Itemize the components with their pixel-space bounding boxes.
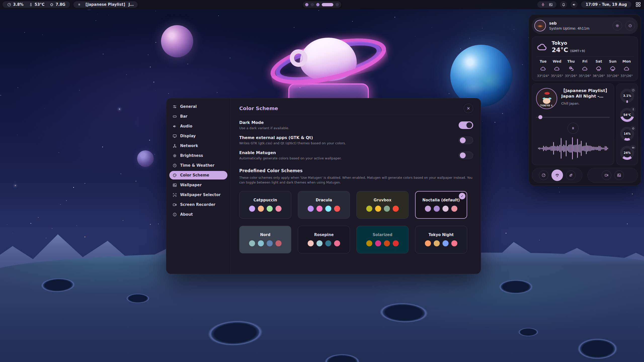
power-button[interactable] bbox=[625, 21, 635, 30]
weather-forecast: Tue33°/24°Wed35°/25°Thu33°/26°Fri35°/26°… bbox=[536, 59, 634, 78]
toggle-switch[interactable] bbox=[459, 137, 473, 144]
monitor-disk: 24% bbox=[620, 146, 634, 160]
waveform-bar bbox=[591, 146, 592, 151]
settings-button[interactable] bbox=[613, 21, 622, 30]
sidebar-item-brightness[interactable]: Brightness bbox=[169, 151, 227, 160]
star bbox=[73, 187, 74, 188]
star bbox=[217, 92, 217, 93]
color-dot bbox=[325, 240, 331, 246]
sidebar-item-audio[interactable]: Audio bbox=[169, 122, 227, 130]
waveform-bar bbox=[596, 147, 597, 150]
waveform-bar bbox=[558, 146, 559, 151]
speaker-icon bbox=[572, 3, 576, 7]
waveform-bar bbox=[547, 147, 548, 150]
profile-scales-button[interactable] bbox=[551, 169, 563, 181]
sidebar-item-wallpaper[interactable]: Wallpaper bbox=[169, 181, 227, 189]
workspace-dot-4[interactable] bbox=[322, 3, 333, 6]
scheme-card-gruvbox[interactable]: Gruvbox bbox=[356, 191, 409, 219]
profile-gauge-button[interactable] bbox=[539, 170, 548, 180]
star bbox=[97, 14, 98, 14]
sidebar-item-wallpaper-selector[interactable]: Wallpaper Selector bbox=[169, 191, 227, 199]
star bbox=[148, 55, 148, 55]
workspace-indicator[interactable] bbox=[303, 1, 341, 8]
sidebar-item-time-weather[interactable]: Time & Weather bbox=[169, 161, 227, 170]
system-stats[interactable]: 3.8%53°C7.8G bbox=[3, 1, 70, 8]
media-progress[interactable] bbox=[536, 115, 610, 119]
setting-title: Theme external apps (GTK & Qt) bbox=[239, 135, 459, 140]
setting-row: Theme external apps (GTK & Qt)Writes GTK… bbox=[239, 135, 473, 145]
waveform-bar bbox=[585, 146, 585, 151]
clock[interactable]: 17:09 - Tue, 19 Aug bbox=[581, 1, 631, 8]
volume-button[interactable] bbox=[571, 1, 578, 8]
sidebar-item-bar[interactable]: Bar bbox=[169, 112, 227, 121]
waveform-bar bbox=[568, 145, 569, 152]
bar-media-pill[interactable]: 【Japanese Playlist】 J… bbox=[73, 1, 138, 8]
scheme-card-rosepine[interactable]: Rosepine bbox=[298, 226, 350, 253]
color-dot bbox=[366, 240, 372, 246]
star bbox=[482, 28, 482, 28]
waveform-bar bbox=[582, 146, 583, 151]
section-title: Predefined Color Schemes bbox=[239, 168, 473, 173]
scheme-card-tokyo-night[interactable]: Tokyo Night bbox=[415, 226, 467, 253]
profile-leaf-button[interactable] bbox=[566, 170, 576, 180]
waveform-bar bbox=[588, 146, 589, 151]
star bbox=[108, 15, 108, 15]
sidebar-item-general[interactable]: General bbox=[169, 102, 227, 111]
close-button[interactable]: ✕ bbox=[464, 104, 473, 113]
album-art[interactable]: TOKYO L bbox=[536, 88, 557, 109]
purple-planet bbox=[161, 25, 193, 57]
disk-icon bbox=[632, 146, 635, 149]
scheme-card-catppuccin[interactable]: Catppuccin bbox=[239, 191, 291, 219]
play-pause-button[interactable] bbox=[568, 123, 579, 134]
waveform-bar bbox=[553, 142, 554, 155]
forecast-day-sat: Sat36°/26° bbox=[592, 59, 605, 78]
sidebar-item-network[interactable]: Network bbox=[169, 142, 227, 150]
sidebar-item-display[interactable]: Display bbox=[169, 132, 227, 140]
sidebar-item-screen-recorder[interactable]: Screen Recorder bbox=[169, 200, 227, 209]
tray[interactable] bbox=[537, 1, 556, 8]
color-dot bbox=[316, 206, 323, 212]
forecast-temps: 35°/25° bbox=[551, 74, 563, 78]
sidebar-item-about[interactable]: About bbox=[169, 210, 227, 219]
toggle-switch[interactable] bbox=[459, 152, 473, 159]
progress-knob[interactable] bbox=[538, 115, 542, 119]
toggle-switch[interactable] bbox=[459, 121, 473, 129]
forecast-day-wed: Wed35°/25° bbox=[550, 59, 564, 78]
sidebar-item-label: Bar bbox=[180, 114, 187, 119]
scheme-card-noctalia-default-[interactable]: Noctalia (default)✓ bbox=[415, 191, 467, 219]
notifications-button[interactable] bbox=[560, 1, 567, 8]
workspace-dot-2[interactable] bbox=[311, 3, 314, 6]
sidebar-item-color-scheme[interactable]: Color Scheme bbox=[169, 171, 227, 179]
star bbox=[38, 217, 38, 218]
sliders-icon bbox=[172, 104, 177, 109]
star bbox=[85, 183, 85, 184]
setting-subtitle: Automatically generate colors based on y… bbox=[239, 156, 459, 160]
cup-handle bbox=[290, 49, 307, 67]
progress-track[interactable] bbox=[536, 117, 610, 118]
gauge-icon bbox=[541, 173, 546, 177]
wallpaper-icon bbox=[617, 173, 621, 177]
camera-button[interactable] bbox=[602, 170, 611, 180]
star bbox=[432, 27, 432, 27]
selected-check-icon: ✓ bbox=[459, 193, 465, 199]
color-dot bbox=[275, 240, 281, 246]
waveform-bar bbox=[606, 146, 607, 150]
star bbox=[52, 228, 52, 229]
star bbox=[79, 90, 80, 90]
waveform-bar bbox=[549, 147, 550, 150]
scheme-card-nord[interactable]: Nord bbox=[239, 226, 291, 253]
forecast-temps: 33°/26° bbox=[565, 74, 577, 78]
workspace-dot-1[interactable] bbox=[305, 3, 308, 6]
workspace-dot-3[interactable] bbox=[316, 3, 319, 6]
waveform-bar bbox=[583, 146, 584, 151]
avatar[interactable] bbox=[534, 20, 546, 31]
scheme-card-solarized[interactable]: Solarized bbox=[356, 226, 409, 253]
color-dot bbox=[316, 240, 323, 246]
scheme-card-dracula[interactable]: Dracula bbox=[298, 191, 350, 219]
chip-icon bbox=[50, 3, 54, 7]
chip-icon bbox=[632, 127, 635, 130]
launcher-button[interactable] bbox=[635, 1, 641, 8]
color-dot bbox=[434, 240, 440, 246]
wallpaper-button[interactable] bbox=[614, 170, 624, 180]
workspace-dot-5[interactable] bbox=[336, 3, 339, 6]
